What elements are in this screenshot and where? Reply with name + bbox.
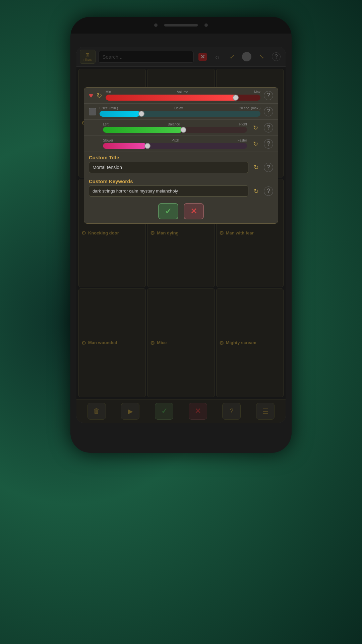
balance-left: Left [103, 122, 109, 126]
pitch-label: Pitch [172, 139, 179, 142]
custom-title-row: ↻ ? [84, 162, 278, 176]
pitch-slider[interactable] [103, 143, 247, 149]
pitch-slower: Slower [103, 139, 113, 142]
sensor-dot [204, 23, 208, 27]
delay-thumb[interactable] [138, 111, 144, 117]
pitch-thumb[interactable] [144, 143, 150, 149]
refresh-icon: ↻ [97, 92, 102, 100]
balance-section: Left Balance Right [103, 122, 247, 133]
balance-slider[interactable] [103, 127, 247, 133]
modal-confirm-button[interactable]: ✓ [158, 203, 178, 219]
custom-keywords-help-button[interactable]: ? [264, 186, 273, 196]
heart-icon: ♥ [89, 91, 93, 100]
custom-title-label: Custom Title [84, 152, 278, 162]
notch-bar [70, 17, 292, 34]
delay-slider[interactable] [100, 111, 260, 117]
pitch-labels: Slower Pitch Faster [103, 139, 247, 142]
modal-cancel-button[interactable]: ✕ [184, 203, 204, 219]
custom-title-input[interactable] [89, 162, 248, 173]
modal-panel: ♥ ↻ Min Volume Max [84, 87, 278, 224]
balance-fill [103, 127, 182, 133]
volume-section: Min Volume Max [106, 90, 260, 101]
balance-label: Balance [168, 122, 180, 126]
custom-keywords-reset-button[interactable]: ↻ [251, 186, 261, 196]
volume-max: Max [254, 90, 260, 94]
volume-fill [106, 95, 237, 101]
balance-thumb[interactable] [180, 127, 186, 133]
delay-min: 0 sec. (min.) [100, 106, 118, 110]
speaker-slot [164, 24, 198, 26]
modal-overlay: ♥ ↻ Min Volume Max [76, 47, 286, 423]
pitch-row: Slower Pitch Faster ↻ ? [84, 136, 278, 152]
balance-help-button[interactable]: ? [264, 123, 273, 132]
custom-keywords-row: ↻ ? [84, 185, 278, 199]
cancel-x-icon: ✕ [190, 207, 197, 216]
balance-row: Left Balance Right ↻ ? [84, 120, 278, 136]
volume-min-max: Min Volume Max [106, 90, 260, 94]
volume-slider[interactable] [106, 95, 260, 101]
phone-screen: ⊞ Filters ✕ ⌕ ⤢ ⤡ [76, 47, 286, 423]
custom-keywords-label: Custom Keywords [84, 176, 278, 185]
delay-label: Delay [174, 106, 183, 110]
pitch-fill [103, 143, 146, 149]
custom-keywords-input[interactable] [89, 185, 248, 197]
phone-frame: ⊞ Filters ✕ ⌕ ⤢ ⤡ [70, 17, 292, 453]
delay-checkbox[interactable] [89, 108, 96, 115]
delay-min-max: 0 sec. (min.) Delay 20 sec. (max.) [100, 106, 260, 110]
volume-min: Min [106, 90, 111, 94]
custom-title-help-button[interactable]: ? [264, 163, 273, 172]
balance-right: Right [239, 122, 247, 126]
pitch-reset-button[interactable]: ↻ [250, 139, 260, 149]
delay-fill [100, 111, 140, 117]
modal-footer: ✓ ✕ [84, 199, 278, 223]
custom-title-reset-button[interactable]: ↻ [251, 162, 261, 172]
confirm-checkmark-icon: ✓ [165, 207, 172, 216]
delay-help-button[interactable]: ? [264, 107, 273, 116]
pitch-section: Slower Pitch Faster [103, 139, 247, 149]
volume-help-button[interactable]: ? [264, 91, 273, 100]
balance-labels: Left Balance Right [103, 122, 247, 126]
camera-dot [154, 23, 158, 27]
pitch-help-button[interactable]: ? [264, 139, 273, 149]
balance-reset-button[interactable]: ↻ [250, 123, 260, 133]
custom-title-section: Custom Title ↻ ? [84, 152, 278, 176]
volume-thumb[interactable] [233, 95, 239, 101]
delay-section: 0 sec. (min.) Delay 20 sec. (max.) [100, 106, 260, 117]
app-container: ⊞ Filters ✕ ⌕ ⤢ ⤡ [76, 47, 286, 423]
volume-row: ♥ ↻ Min Volume Max [84, 88, 278, 104]
volume-label: Volume [177, 90, 188, 94]
custom-keywords-section: Custom Keywords ↻ ? [84, 176, 278, 199]
delay-max: 20 sec. (max.) [239, 106, 260, 110]
pitch-faster: Faster [238, 139, 247, 142]
delay-row: 0 sec. (min.) Delay 20 sec. (max.) ? [84, 104, 278, 120]
